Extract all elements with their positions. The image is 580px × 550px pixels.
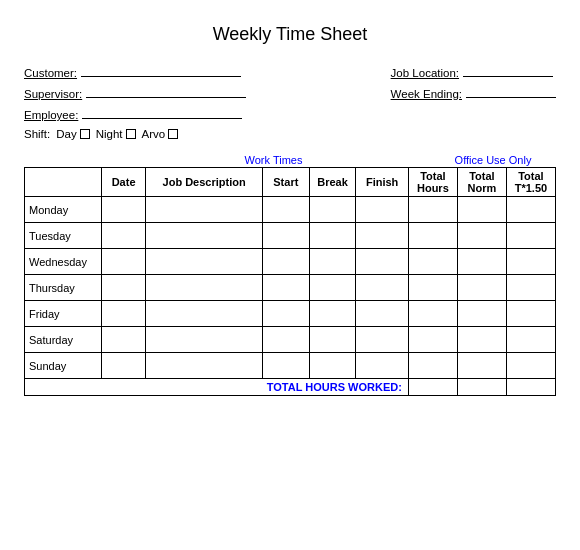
data-cell[interactable] <box>457 197 506 223</box>
data-cell[interactable] <box>262 327 309 353</box>
col-header-total-t150: Total T*1.50 <box>506 168 555 197</box>
data-cell[interactable] <box>309 197 356 223</box>
data-cell[interactable] <box>408 327 457 353</box>
shift-label: Shift: <box>24 128 50 140</box>
job-location-input[interactable] <box>463 63 553 77</box>
col-header-total-norm: Total Norm <box>457 168 506 197</box>
col-header-day <box>25 168 102 197</box>
data-cell[interactable] <box>408 197 457 223</box>
data-cell[interactable] <box>408 249 457 275</box>
data-cell[interactable] <box>146 301 263 327</box>
day-cell: Sunday <box>25 353 102 379</box>
data-cell[interactable] <box>356 223 409 249</box>
data-cell[interactable] <box>506 327 555 353</box>
shift-day-checkbox[interactable] <box>80 129 90 139</box>
data-cell[interactable] <box>408 275 457 301</box>
table-row: Friday <box>25 301 556 327</box>
supervisor-input[interactable] <box>86 84 246 98</box>
data-cell[interactable] <box>309 353 356 379</box>
data-cell[interactable] <box>146 327 263 353</box>
total-value-cell[interactable] <box>457 379 506 396</box>
data-cell[interactable] <box>262 197 309 223</box>
job-location-label: Job Location: <box>391 67 459 79</box>
timesheet-table: Date Job Description Start Break Finish … <box>24 167 556 396</box>
data-cell[interactable] <box>457 353 506 379</box>
office-use-header: Office Use Only <box>430 154 556 166</box>
data-cell[interactable] <box>506 353 555 379</box>
data-cell[interactable] <box>408 301 457 327</box>
shift-night-checkbox[interactable] <box>126 129 136 139</box>
data-cell[interactable] <box>356 353 409 379</box>
week-ending-label: Week Ending: <box>391 88 462 100</box>
data-cell[interactable] <box>309 249 356 275</box>
table-row: Monday <box>25 197 556 223</box>
employee-input[interactable] <box>82 105 242 119</box>
total-row: TOTAL HOURS WORKED: <box>25 379 556 396</box>
shift-night-label: Night <box>96 128 123 140</box>
col-header-start: Start <box>262 168 309 197</box>
data-cell[interactable] <box>356 301 409 327</box>
data-cell[interactable] <box>101 223 145 249</box>
data-cell[interactable] <box>356 275 409 301</box>
data-cell[interactable] <box>356 249 409 275</box>
shift-arvo-label: Arvo <box>142 128 166 140</box>
data-cell[interactable] <box>146 249 263 275</box>
data-cell[interactable] <box>309 275 356 301</box>
work-times-header: Work Times <box>117 154 430 166</box>
data-cell[interactable] <box>101 275 145 301</box>
data-cell[interactable] <box>101 353 145 379</box>
table-row: Sunday <box>25 353 556 379</box>
col-header-break: Break <box>309 168 356 197</box>
data-cell[interactable] <box>309 327 356 353</box>
table-row: Wednesday <box>25 249 556 275</box>
data-cell[interactable] <box>506 275 555 301</box>
data-cell[interactable] <box>101 327 145 353</box>
data-cell[interactable] <box>309 301 356 327</box>
data-cell[interactable] <box>506 223 555 249</box>
shift-arvo-checkbox[interactable] <box>168 129 178 139</box>
data-cell[interactable] <box>262 301 309 327</box>
supervisor-label: Supervisor: <box>24 88 82 100</box>
day-cell: Thursday <box>25 275 102 301</box>
data-cell[interactable] <box>408 353 457 379</box>
above-table-labels: Work Times Office Use Only <box>24 154 556 166</box>
day-cell: Monday <box>25 197 102 223</box>
data-cell[interactable] <box>262 223 309 249</box>
data-cell[interactable] <box>457 327 506 353</box>
total-value-cell[interactable] <box>408 379 457 396</box>
data-cell[interactable] <box>146 353 263 379</box>
data-cell[interactable] <box>506 249 555 275</box>
data-cell[interactable] <box>506 197 555 223</box>
data-cell[interactable] <box>146 197 263 223</box>
total-value-cell[interactable] <box>506 379 555 396</box>
data-cell[interactable] <box>101 301 145 327</box>
data-cell[interactable] <box>356 197 409 223</box>
data-cell[interactable] <box>146 275 263 301</box>
shift-day-label: Day <box>56 128 76 140</box>
table-row: Tuesday <box>25 223 556 249</box>
data-cell[interactable] <box>262 249 309 275</box>
week-ending-input[interactable] <box>466 84 556 98</box>
col-header-total-hours: Total Hours <box>408 168 457 197</box>
customer-input[interactable] <box>81 63 241 77</box>
data-cell[interactable] <box>101 197 145 223</box>
data-cell[interactable] <box>457 301 506 327</box>
data-cell[interactable] <box>408 223 457 249</box>
data-cell[interactable] <box>101 249 145 275</box>
data-cell[interactable] <box>457 275 506 301</box>
table-row: Thursday <box>25 275 556 301</box>
total-hours-label: TOTAL HOURS WORKED: <box>25 379 409 396</box>
day-cell: Wednesday <box>25 249 102 275</box>
data-cell[interactable] <box>262 353 309 379</box>
data-cell[interactable] <box>309 223 356 249</box>
data-cell[interactable] <box>457 249 506 275</box>
data-cell[interactable] <box>356 327 409 353</box>
data-cell[interactable] <box>146 223 263 249</box>
data-cell[interactable] <box>506 301 555 327</box>
col-header-date: Date <box>101 168 145 197</box>
data-cell[interactable] <box>262 275 309 301</box>
employee-label: Employee: <box>24 109 78 121</box>
table-row: Saturday <box>25 327 556 353</box>
data-cell[interactable] <box>457 223 506 249</box>
col-header-jobdesc: Job Description <box>146 168 263 197</box>
